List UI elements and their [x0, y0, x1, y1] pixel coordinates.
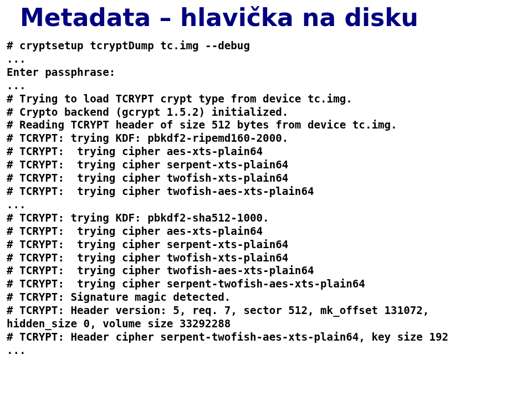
terminal-line: # Reading TCRYPT header of size 512 byte…: [7, 119, 397, 131]
terminal-line: ...: [7, 53, 26, 65]
terminal-line: # TCRYPT: trying cipher aes-xts-plain64: [7, 145, 263, 158]
terminal-line: ...: [7, 344, 26, 357]
terminal-line: ...: [7, 79, 26, 92]
terminal-line: # TCRYPT: trying cipher twofish-aes-xts-…: [7, 185, 314, 198]
terminal-line: # TCRYPT: trying cipher serpent-twofish-…: [7, 277, 365, 290]
terminal-line: Enter passphrase:: [7, 66, 115, 79]
terminal-line: hidden_size 0, volume size 33292288: [7, 317, 231, 330]
terminal-line: # TCRYPT: trying cipher aes-xts-plain64: [7, 225, 263, 238]
terminal-line: # Crypto backend (gcrypt 1.5.2) initiali…: [7, 106, 288, 119]
terminal-line: # TCRYPT: trying KDF: pbkdf2-sha512-1000…: [7, 212, 269, 224]
terminal-line: # TCRYPT: Header cipher serpent-twofish-…: [7, 331, 448, 343]
terminal-line: # TCRYPT: trying cipher serpent-xts-plai…: [7, 238, 288, 251]
terminal-output: # cryptsetup tcryptDump tc.img --debug .…: [7, 39, 532, 357]
terminal-line: # TCRYPT: trying cipher twofish-xts-plai…: [7, 251, 288, 264]
terminal-line: # TCRYPT: trying cipher twofish-aes-xts-…: [7, 264, 314, 277]
terminal-line: # cryptsetup tcryptDump tc.img --debug: [7, 39, 250, 52]
terminal-line: ...: [7, 198, 26, 211]
terminal-line: # TCRYPT: trying cipher twofish-xts-plai…: [7, 172, 288, 184]
terminal-line: # TCRYPT: Signature magic detected.: [7, 291, 231, 304]
terminal-line: # TCRYPT: trying KDF: pbkdf2-ripemd160-2…: [7, 132, 288, 145]
slide-container: Metadata – hlavička na disku # cryptsetu…: [0, 3, 532, 401]
terminal-line: # TCRYPT: trying cipher serpent-xts-plai…: [7, 158, 288, 171]
terminal-line: # TCRYPT: Header version: 5, req. 7, sec…: [7, 304, 429, 317]
slide-title: Metadata – hlavička na disku: [20, 3, 532, 32]
terminal-line: # Trying to load TCRYPT crypt type from …: [7, 92, 352, 105]
